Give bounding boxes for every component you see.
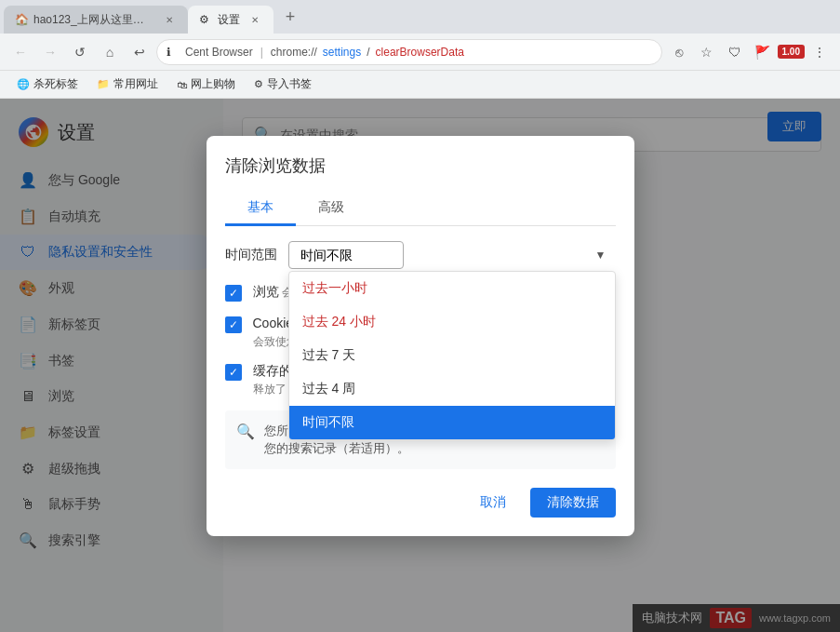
dialog-tabs: 基本 高级 [225, 192, 616, 226]
tab-bar: 🏠 hao123_上网从这里开始 ✕ ⚙ 设置 ✕ + [0, 0, 840, 34]
tab-favicon-settings: ⚙ [199, 13, 212, 26]
url-path: settings [323, 46, 361, 59]
shopping-icon: 🛍 [177, 79, 187, 90]
time-range-label: 时间范围 [225, 247, 277, 263]
dropdown-option-unlimited[interactable]: 时间不限 [289, 406, 615, 439]
checkbox-cookies-box[interactable]: ✓ [225, 316, 242, 333]
time-range-select-wrapper[interactable]: 过去一小时 过去 24 小时 过去 7 天 过去 4 周 时间不限 ▼ 过去一小… [288, 241, 616, 269]
tab-close-hao123[interactable]: ✕ [162, 12, 177, 27]
checkbox-cache-box[interactable]: ✓ [225, 364, 242, 381]
dropdown-menu: 过去一小时 过去 24 小时 过去 7 天 过去 4 周 时间不限 [288, 271, 616, 440]
select-arrow-icon: ▼ [595, 249, 607, 262]
bookmark-common-label: 常用网址 [113, 76, 158, 92]
new-tab-button[interactable]: + [277, 4, 303, 30]
dropdown-option-24hour[interactable]: 过去 24 小时 [289, 305, 615, 339]
tab-settings[interactable]: ⚙ 设置 ✕ [188, 6, 273, 34]
time-range-select[interactable]: 过去一小时 过去 24 小时 过去 7 天 过去 4 周 时间不限 [288, 241, 404, 269]
dropdown-option-7days[interactable]: 过去 7 天 [289, 339, 615, 372]
checkbox-history-box[interactable]: ✓ [225, 285, 242, 302]
dropdown-option-4weeks[interactable]: 过去 4 周 [289, 372, 615, 406]
checkbox-cookies-check-icon: ✓ [229, 319, 238, 330]
back-button[interactable]: ← [7, 39, 33, 65]
back-nav-button[interactable]: ↩ [127, 39, 153, 65]
browser-frame: 🏠 hao123_上网从这里开始 ✕ ⚙ 设置 ✕ + ← → ↺ ⌂ ↩ ℹ … [0, 0, 840, 632]
tab-favicon-hao123: 🏠 [15, 13, 28, 26]
checkbox-cache-check-icon: ✓ [229, 367, 238, 378]
common-icon: 📁 [97, 78, 110, 90]
dropdown-option-1hour[interactable]: 过去一小时 [289, 272, 615, 305]
url-brand: Cent Browser [185, 46, 253, 59]
url-favicon: ℹ [167, 46, 180, 59]
toolbar-actions: ⎋ ☆ 🛡 🚩 1.00 ⋮ [666, 39, 833, 65]
url-subpath: clearBrowserData [376, 46, 464, 59]
bookmark-import[interactable]: ⚙ 导入书签 [247, 74, 319, 95]
shield-icon[interactable]: 🛡 [722, 39, 748, 65]
reload-button[interactable]: ↺ [67, 39, 93, 65]
tab-title-settings: 设置 [218, 12, 240, 28]
url-scheme: chrome:// [271, 46, 317, 59]
bookmark-common[interactable]: 📁 常用网址 [89, 74, 166, 95]
killtab-icon: 🌐 [17, 78, 30, 90]
flag-icon[interactable]: 🚩 [750, 39, 776, 65]
url-bar[interactable]: ℹ Cent Browser | chrome://settings/clear… [156, 39, 662, 65]
address-bar: ← → ↺ ⌂ ↩ ℹ Cent Browser | chrome://sett… [0, 34, 840, 71]
bookmark-shopping-label: 网上购物 [191, 76, 235, 92]
bookmarks-bar: 🌐 杀死标签 📁 常用网址 🛍 网上购物 ⚙ 导入书签 [0, 71, 840, 99]
tab-close-settings[interactable]: ✕ [247, 12, 262, 27]
import-icon: ⚙ [254, 78, 263, 90]
bookmark-import-label: 导入书签 [267, 76, 312, 92]
cancel-button[interactable]: 取消 [463, 488, 523, 518]
dialog-overlay: 清除浏览数据 基本 高级 时间范围 过去一小时 过去 24 小时 过去 7 天 … [0, 99, 840, 632]
checkbox-check-icon: ✓ [229, 288, 238, 299]
bookmark-killtab[interactable]: 🌐 杀死标签 [9, 74, 86, 95]
forward-button[interactable]: → [37, 39, 63, 65]
tab-hao123[interactable]: 🏠 hao123_上网从这里开始 ✕ [4, 6, 188, 34]
tab-title-hao123: hao123_上网从这里开始 [33, 12, 154, 28]
share-icon[interactable]: ⎋ [666, 39, 692, 65]
main-content: 设置 👤 您与 Google 📋 自动填充 🛡 隐私设置和安全性 🎨 外观 📄 … [0, 99, 840, 632]
tab-basic[interactable]: 基本 [225, 192, 296, 226]
info-search-icon: 🔍 [236, 423, 255, 440]
confirm-button[interactable]: 清除数据 [530, 488, 616, 518]
home-button[interactable]: ⌂ [97, 39, 123, 65]
bookmark-shopping[interactable]: 🛍 网上购物 [169, 74, 243, 95]
bookmark-killtab-label: 杀死标签 [33, 76, 78, 92]
dialog-footer: 取消 清除数据 [225, 488, 616, 518]
time-range-row: 时间范围 过去一小时 过去 24 小时 过去 7 天 过去 4 周 时间不限 ▼ [225, 241, 616, 269]
tab-advanced[interactable]: 高级 [296, 192, 367, 226]
menu-icon[interactable]: ⋮ [807, 39, 833, 65]
clear-browser-data-dialog: 清除浏览数据 基本 高级 时间范围 过去一小时 过去 24 小时 过去 7 天 … [207, 136, 634, 536]
bookmark-star-icon[interactable]: ☆ [694, 39, 720, 65]
dialog-title: 清除浏览数据 [225, 155, 616, 177]
score-badge: 1.00 [778, 45, 805, 59]
